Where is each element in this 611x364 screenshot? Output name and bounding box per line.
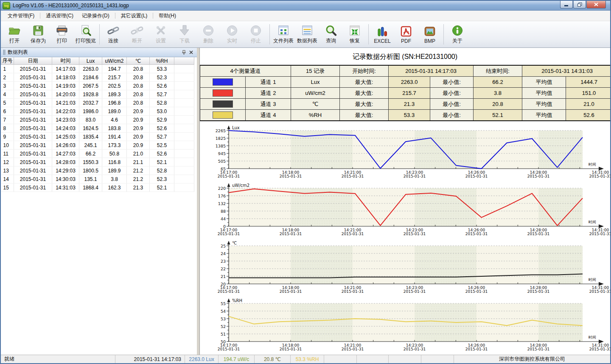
table-cell [174,133,194,141]
table-cell: 1800.5 [79,167,102,175]
svg-text:2015-01-31: 2015-01-31 [465,232,488,236]
table-row[interactable]: 22015-01-3114:18:032184.6215.720.852.3 [1,73,194,82]
channel-color-swatch [213,100,233,108]
menu-item-4[interactable]: 其它设置(L) [117,11,152,21]
toolbar: 打开保存为打印打印预览连接断开设置下载删除实时停止文件列表数据列表查询恢复EXC… [1,21,610,48]
close-button[interactable] [586,1,606,8]
table-cell: 20.9 [127,107,150,116]
toolbar-button-print[interactable]: 打印 [50,22,74,46]
toolbar-button-filelist[interactable]: 文件列表 [272,22,295,46]
min-value: 52.1 [474,110,522,121]
svg-text:14:21:00: 14:21:00 [344,228,362,232]
table-cell [174,167,194,175]
svg-text:时间: 时间 [589,162,596,167]
drag-grip-icon[interactable] [3,50,6,55]
toolbar-button-preview[interactable]: 打印预览 [74,22,98,46]
table-row[interactable]: 112015-01-3114:27:0366.250.821.052.6 [1,150,194,158]
table-cell: 7 [1,116,14,124]
table-cell: 14:22:03 [52,107,79,116]
table-cell: 194.7 [102,65,127,73]
svg-text:14:28:00: 14:28:00 [530,228,547,232]
table-cell: 162.3 [102,183,127,192]
summary-channel-count: 4个测量通道 [200,65,291,77]
toolbar-button-bmp[interactable]: BMP [418,22,442,46]
excel-icon [376,25,389,38]
minimize-button[interactable] [560,1,573,8]
table-row[interactable]: 72015-01-3114:23:0383.04.620.952.9 [1,116,194,124]
table-cell [174,124,194,133]
table-row[interactable]: 82015-01-3114:24:031624.5183.820.952.6 [1,124,194,133]
table-row[interactable]: 92015-01-3114:25:031835.4191.420.952.7 [1,133,194,141]
table-row[interactable]: 42015-01-3114:20:031928.8189.320.852.7 [1,90,194,99]
preview-icon [79,24,92,37]
svg-text:1385: 1385 [216,144,226,148]
table-cell: 1550.3 [79,158,102,167]
status-ready: 就绪 [1,355,115,363]
pin-icon[interactable] [180,49,188,56]
avg-value: 21.0 [566,99,610,110]
toolbar-button-about[interactable]: 关于 [446,22,469,46]
restore-button[interactable] [573,1,586,8]
status-empty-4 [421,355,454,363]
svg-text:14:23:00: 14:23:00 [406,286,423,290]
svg-text:2015-01-31: 2015-01-31 [465,174,488,178]
menu-separator [153,13,153,19]
table-row[interactable]: 12015-01-3114:17:032263.0194.720.853.3 [1,65,194,73]
toolbar-button-restore[interactable]: 恢复 [343,22,367,46]
panel-close-icon[interactable] [188,49,195,56]
table-cell [174,107,194,116]
table-row[interactable]: 152015-01-3114:31:031868.4162.321.352.1 [1,183,194,192]
toolbar-button-label: 查询 [326,37,336,44]
toolbar-separator [99,24,100,44]
max-label: 最大值: [340,77,389,88]
svg-text:220: 220 [218,186,226,191]
table-row[interactable]: 32015-01-3114:19:032067.5202.520.852.6 [1,82,194,90]
table-cell: 116.8 [102,158,127,167]
table-row[interactable]: 142015-01-3114:30:03135.13.821.252.3 [1,175,194,183]
svg-text:52: 52 [221,324,226,329]
status-lux: 2263.0 Lux [185,355,218,363]
min-value: 20.8 [474,99,522,110]
table-cell: 2032.7 [79,99,102,107]
table-row[interactable]: 122015-01-3114:28:031550.3116.821.152.1 [1,158,194,167]
toolbar-button-open[interactable]: 打开 [3,22,26,46]
menu-item-1[interactable]: 文件管理(F) [3,11,39,21]
svg-text:14:26:00: 14:26:00 [468,170,485,175]
window-title: LogPro V1.05 - HE20131000_20150131_1431.… [13,3,560,8]
table-cell: 15 [1,183,14,192]
min-value: 3.8 [474,88,522,99]
toolbar-button-query[interactable]: 查询 [319,22,343,46]
toolbar-button-datalist[interactable]: 数据列表 [295,22,319,46]
bmp-icon [423,25,436,38]
toolbar-button-pdf[interactable]: PDF [394,22,418,46]
table-row[interactable]: 132015-01-3114:29:031800.5189.921.252.8 [1,167,194,175]
menu-item-3[interactable]: 记录操作(D) [78,11,114,21]
table-cell: 11 [1,150,14,158]
toolbar-button-saveas[interactable]: 保存为 [26,22,50,46]
table-row[interactable]: 102015-01-3114:26:03245.1173.320.952.5 [1,141,194,150]
channel-unit: uW/cm2 [291,88,340,99]
menu-item-2[interactable]: 通讯管理(C) [42,11,78,21]
svg-text:14:21:00: 14:21:00 [344,170,362,175]
table-cell: 8 [1,124,14,133]
table-row[interactable]: 52015-01-3114:21:032032.7196.820.852.8 [1,99,194,107]
toolbar-button-settings: 设置 [149,22,173,46]
svg-text:2015-01-31: 2015-01-31 [589,174,610,178]
svg-text:2015-01-31: 2015-01-31 [342,232,364,236]
realtime-icon [226,24,238,37]
avg-label: 平均值 [522,110,566,121]
table-row[interactable]: 62015-01-3114:22:031986.0189.020.953.0 [1,107,194,116]
table-cell: 66.2 [79,150,102,158]
toolbar-button-excel[interactable]: EXCEL [370,22,394,46]
toolbar-button-label: EXCEL [374,38,390,44]
table-cell: 2184.6 [79,73,102,82]
toolbar-button-connect[interactable]: 连接 [101,22,125,46]
svg-text:2015-01-31: 2015-01-31 [342,289,364,294]
table-cell: 189.0 [102,107,127,116]
toolbar-button-label: 文件列表 [273,37,294,44]
svg-text:14:23:00: 14:23:00 [406,170,423,175]
menu-item-5[interactable]: 帮助(H) [154,11,180,21]
table-cell: 14:24:03 [52,124,79,133]
table-header-row: 序号日期时间LuxuW/cm2℃%RH [1,57,194,65]
toolbar-button-label: 设置 [156,37,166,44]
